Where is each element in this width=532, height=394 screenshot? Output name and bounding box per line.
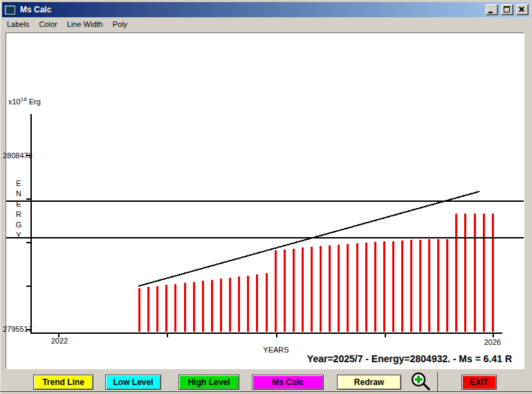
chart-canvas[interactable] <box>0 0 532 394</box>
status-readout: Year=2025/7 - Energy=2804932. - Ms = 6.4… <box>307 353 512 364</box>
